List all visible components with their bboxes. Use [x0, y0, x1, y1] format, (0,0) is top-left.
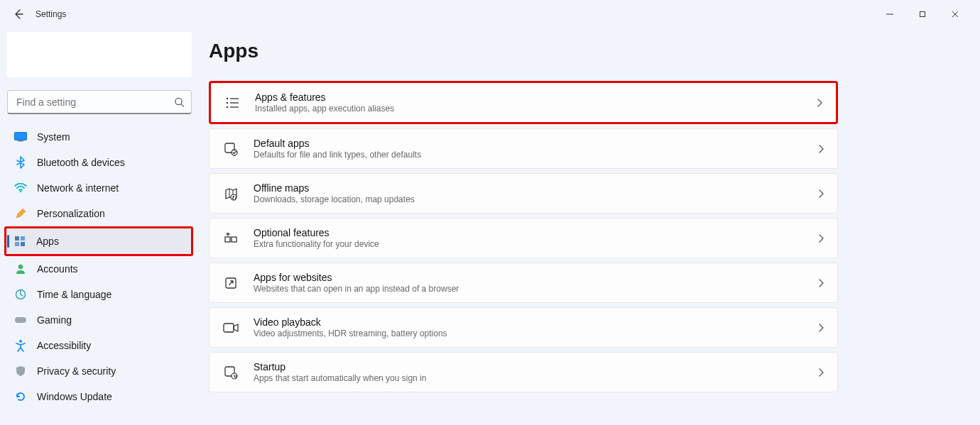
card-title: Startup [254, 361, 817, 372]
sidebar-item-accessibility[interactable]: Accessibility [7, 333, 192, 358]
svg-point-1 [175, 98, 182, 104]
maximize-button[interactable] [906, 3, 939, 26]
minimize-button[interactable] [873, 3, 906, 26]
card-title: Apps for websites [254, 272, 817, 283]
svg-rect-7 [15, 242, 19, 246]
arrow-left-icon [13, 9, 24, 20]
svg-point-9 [18, 265, 23, 269]
page-title: Apps [209, 40, 838, 62]
sidebar-item-label: Personalization [37, 208, 105, 219]
maximize-icon [918, 10, 927, 18]
sidebar-item-gaming[interactable]: Gaming [7, 307, 192, 333]
startup-icon [222, 364, 239, 381]
window-controls [873, 3, 971, 26]
card-optional-features[interactable]: Optional features Extra functionality fo… [209, 218, 838, 258]
person-icon [14, 263, 27, 275]
profile-card[interactable] [7, 32, 192, 77]
chevron-right-icon [817, 323, 824, 333]
apps-icon [13, 235, 26, 248]
card-video-playback[interactable]: Video playback Video adjustments, HDR st… [209, 307, 838, 348]
svg-point-4 [20, 191, 22, 193]
sidebar-nav: System Bluetooth & devices Network & int… [7, 124, 192, 409]
sidebar-item-system[interactable]: System [7, 124, 192, 150]
card-startup[interactable]: Startup Apps that start automatically wh… [209, 352, 838, 392]
sidebar-item-bluetooth[interactable]: Bluetooth & devices [7, 150, 192, 175]
paintbrush-icon [14, 207, 27, 220]
svg-rect-22 [224, 324, 234, 332]
settings-card-list: Apps & features Installed apps, app exec… [209, 81, 838, 392]
titlebar: Settings [0, 0, 980, 28]
card-desc: Video adjustments, HDR streaming, batter… [254, 329, 817, 338]
svg-point-12 [19, 340, 22, 343]
sidebar: System Bluetooth & devices Network & int… [0, 28, 199, 416]
sidebar-item-label: Privacy & security [37, 365, 116, 377]
card-desc: Extra functionality for your device [254, 239, 817, 249]
open-external-icon [222, 275, 239, 292]
card-title: Video playback [254, 316, 817, 328]
sidebar-item-accounts[interactable]: Accounts [7, 256, 192, 282]
bluetooth-icon [14, 156, 27, 169]
map-icon [222, 185, 239, 202]
sidebar-item-windows-update[interactable]: Windows Update [7, 384, 192, 409]
svg-rect-8 [21, 242, 25, 246]
wifi-icon [14, 182, 27, 194]
search-input[interactable] [7, 90, 192, 114]
svg-point-15 [227, 106, 228, 107]
svg-point-13 [227, 97, 228, 99]
sidebar-item-apps[interactable]: Apps [6, 228, 191, 254]
sidebar-item-network[interactable]: Network & internet [7, 175, 192, 201]
chevron-right-icon [817, 189, 824, 199]
svg-rect-11 [15, 317, 26, 323]
svg-point-14 [227, 101, 228, 103]
default-apps-icon [222, 140, 239, 158]
card-desc: Apps that start automatically when you s… [254, 373, 817, 383]
video-icon [222, 319, 239, 336]
card-title: Apps & features [255, 92, 816, 103]
card-apps-features[interactable]: Apps & features Installed apps, app exec… [211, 83, 836, 122]
sidebar-item-label: Apps [36, 236, 59, 247]
chevron-right-icon [817, 144, 824, 154]
svg-rect-19 [225, 237, 230, 242]
back-button[interactable] [9, 4, 28, 24]
card-desc: Websites that can open in an app instead… [254, 284, 817, 294]
chevron-right-icon [817, 233, 824, 243]
gamepad-icon [14, 314, 27, 326]
sidebar-item-label: Network & internet [37, 182, 119, 194]
card-default-apps[interactable]: Default apps Defaults for file and link … [209, 128, 838, 169]
list-icon [224, 94, 241, 111]
svg-rect-6 [21, 236, 25, 241]
card-apps-for-websites[interactable]: Apps for websites Websites that can open… [209, 263, 838, 303]
svg-rect-0 [920, 12, 925, 17]
desktop-icon [14, 131, 27, 143]
main-content: Apps Apps & features Installed apps, app… [199, 28, 852, 416]
svg-rect-3 [18, 140, 23, 142]
svg-rect-2 [15, 133, 27, 140]
card-desc: Installed apps, app execution aliases [255, 104, 816, 114]
sidebar-item-time-language[interactable]: Time & language [7, 282, 192, 307]
close-icon [951, 10, 959, 18]
close-button[interactable] [939, 3, 971, 26]
sidebar-item-label: Accounts [37, 263, 78, 275]
sidebar-item-personalization[interactable]: Personalization [7, 201, 192, 226]
sidebar-item-label: Time & language [37, 289, 111, 300]
minimize-icon [886, 10, 894, 18]
window-title: Settings [36, 9, 66, 19]
sidebar-item-privacy[interactable]: Privacy & security [7, 358, 192, 384]
search-icon [174, 97, 185, 108]
card-desc: Downloads, storage location, map updates [254, 194, 817, 204]
card-offline-maps[interactable]: Offline maps Downloads, storage location… [209, 173, 838, 214]
update-icon [14, 390, 27, 403]
highlight-frame-sidebar: Apps [4, 226, 193, 256]
highlight-frame-card: Apps & features Installed apps, app exec… [209, 81, 838, 124]
chevron-right-icon [817, 278, 824, 288]
card-title: Default apps [254, 138, 817, 149]
chevron-right-icon [817, 368, 824, 377]
globe-clock-icon [14, 288, 27, 301]
shield-icon [14, 365, 27, 377]
svg-rect-20 [232, 237, 236, 242]
card-title: Offline maps [254, 182, 817, 194]
sidebar-item-label: System [37, 131, 70, 143]
sidebar-item-label: Bluetooth & devices [37, 157, 125, 168]
sidebar-item-label: Gaming [37, 314, 72, 326]
search-wrap [7, 90, 192, 114]
